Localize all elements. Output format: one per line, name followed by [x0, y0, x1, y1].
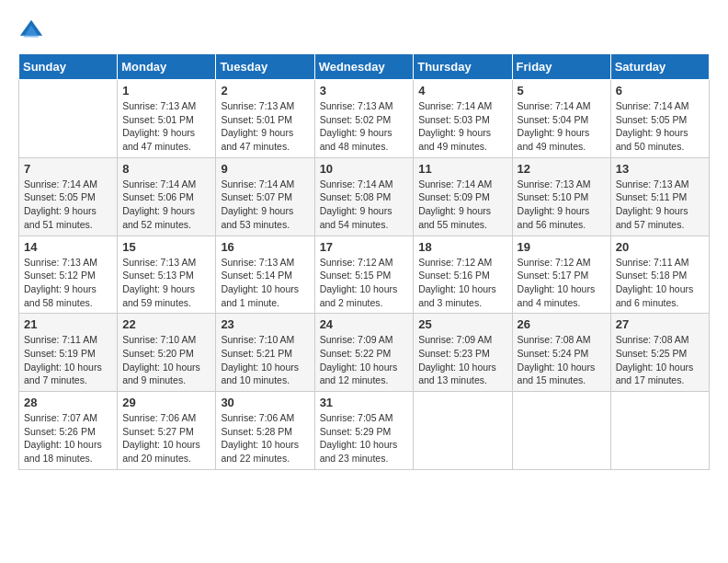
calendar-cell: 20Sunrise: 7:11 AM Sunset: 5:18 PM Dayli…: [610, 236, 709, 314]
calendar-cell: 29Sunrise: 7:06 AM Sunset: 5:27 PM Dayli…: [118, 392, 216, 470]
day-info: Sunrise: 7:13 AM Sunset: 5:01 PM Dayligh…: [122, 99, 210, 154]
day-info: Sunrise: 7:13 AM Sunset: 5:12 PM Dayligh…: [24, 256, 112, 310]
day-info: Sunrise: 7:10 AM Sunset: 5:20 PM Dayligh…: [122, 333, 210, 387]
calendar-cell: 2Sunrise: 7:13 AM Sunset: 5:01 PM Daylig…: [216, 80, 314, 158]
day-number: 30: [221, 396, 309, 409]
calendar-cell: 12Sunrise: 7:13 AM Sunset: 5:10 PM Dayli…: [512, 157, 610, 236]
day-number: 31: [320, 396, 409, 409]
day-number: 1: [122, 84, 210, 98]
calendar-cell: [512, 392, 610, 470]
calendar-cell: 26Sunrise: 7:08 AM Sunset: 5:24 PM Dayli…: [512, 314, 610, 392]
day-of-week-header: Sunday: [19, 54, 118, 80]
day-number: 3: [320, 84, 409, 98]
calendar-week-row: 7Sunrise: 7:14 AM Sunset: 5:05 PM Daylig…: [19, 157, 710, 236]
calendar-cell: 28Sunrise: 7:07 AM Sunset: 5:26 PM Dayli…: [19, 392, 118, 470]
calendar-cell: 24Sunrise: 7:09 AM Sunset: 5:22 PM Dayli…: [314, 314, 414, 392]
day-number: 19: [518, 240, 606, 254]
calendar-cell: 4Sunrise: 7:14 AM Sunset: 5:03 PM Daylig…: [414, 80, 512, 158]
calendar-cell: 31Sunrise: 7:05 AM Sunset: 5:29 PM Dayli…: [314, 392, 414, 470]
day-info: Sunrise: 7:14 AM Sunset: 5:05 PM Dayligh…: [24, 178, 112, 232]
calendar-cell: [414, 392, 512, 470]
day-number: 5: [518, 84, 606, 98]
day-info: Sunrise: 7:09 AM Sunset: 5:23 PM Dayligh…: [418, 333, 506, 387]
day-number: 12: [518, 162, 606, 176]
day-info: Sunrise: 7:12 AM Sunset: 5:16 PM Dayligh…: [418, 256, 506, 310]
calendar-cell: 14Sunrise: 7:13 AM Sunset: 5:12 PM Dayli…: [19, 236, 118, 314]
calendar-cell: 3Sunrise: 7:13 AM Sunset: 5:02 PM Daylig…: [314, 80, 414, 158]
calendar-cell: 16Sunrise: 7:13 AM Sunset: 5:14 PM Dayli…: [216, 236, 314, 314]
day-number: 16: [221, 240, 309, 254]
day-info: Sunrise: 7:14 AM Sunset: 5:03 PM Dayligh…: [418, 99, 506, 154]
calendar-cell: 13Sunrise: 7:13 AM Sunset: 5:11 PM Dayli…: [610, 157, 709, 236]
day-info: Sunrise: 7:14 AM Sunset: 5:06 PM Dayligh…: [122, 178, 210, 232]
day-info: Sunrise: 7:13 AM Sunset: 5:10 PM Dayligh…: [518, 178, 606, 232]
day-info: Sunrise: 7:12 AM Sunset: 5:15 PM Dayligh…: [320, 256, 409, 310]
day-info: Sunrise: 7:13 AM Sunset: 5:01 PM Dayligh…: [221, 99, 309, 154]
day-info: Sunrise: 7:14 AM Sunset: 5:05 PM Dayligh…: [616, 99, 704, 154]
day-number: 18: [418, 240, 506, 254]
day-number: 17: [320, 240, 409, 254]
day-info: Sunrise: 7:14 AM Sunset: 5:04 PM Dayligh…: [518, 99, 606, 154]
calendar-cell: 19Sunrise: 7:12 AM Sunset: 5:17 PM Dayli…: [512, 236, 610, 314]
day-info: Sunrise: 7:14 AM Sunset: 5:08 PM Dayligh…: [320, 178, 409, 232]
calendar-cell: 5Sunrise: 7:14 AM Sunset: 5:04 PM Daylig…: [512, 80, 610, 158]
day-number: 9: [221, 162, 309, 176]
day-info: Sunrise: 7:14 AM Sunset: 5:09 PM Dayligh…: [418, 178, 506, 232]
calendar-cell: 23Sunrise: 7:10 AM Sunset: 5:21 PM Dayli…: [216, 314, 314, 392]
day-info: Sunrise: 7:09 AM Sunset: 5:22 PM Dayligh…: [320, 333, 409, 387]
calendar-cell: 7Sunrise: 7:14 AM Sunset: 5:05 PM Daylig…: [19, 157, 118, 236]
day-number: 4: [418, 84, 506, 98]
day-number: 26: [518, 317, 606, 331]
day-number: 21: [24, 317, 112, 331]
day-number: 27: [616, 317, 704, 331]
calendar-cell: [610, 392, 709, 470]
day-info: Sunrise: 7:06 AM Sunset: 5:27 PM Dayligh…: [122, 411, 210, 465]
calendar-cell: 22Sunrise: 7:10 AM Sunset: 5:20 PM Dayli…: [118, 314, 216, 392]
calendar-week-row: 14Sunrise: 7:13 AM Sunset: 5:12 PM Dayli…: [19, 236, 710, 314]
day-number: 24: [320, 317, 409, 331]
calendar-cell: 1Sunrise: 7:13 AM Sunset: 5:01 PM Daylig…: [118, 80, 216, 158]
day-number: 11: [418, 162, 506, 176]
calendar-cell: [19, 80, 118, 158]
day-number: 8: [122, 162, 210, 176]
calendar-cell: 18Sunrise: 7:12 AM Sunset: 5:16 PM Dayli…: [414, 236, 512, 314]
day-of-week-header: Tuesday: [216, 54, 314, 80]
calendar-cell: 25Sunrise: 7:09 AM Sunset: 5:23 PM Dayli…: [414, 314, 512, 392]
calendar-cell: 9Sunrise: 7:14 AM Sunset: 5:07 PM Daylig…: [216, 157, 314, 236]
calendar-cell: 11Sunrise: 7:14 AM Sunset: 5:09 PM Dayli…: [414, 157, 512, 236]
day-of-week-header: Thursday: [414, 54, 512, 80]
day-info: Sunrise: 7:12 AM Sunset: 5:17 PM Dayligh…: [518, 256, 606, 310]
day-number: 15: [122, 240, 210, 254]
day-number: 14: [24, 240, 112, 254]
calendar-cell: 17Sunrise: 7:12 AM Sunset: 5:15 PM Dayli…: [314, 236, 414, 314]
calendar-week-row: 1Sunrise: 7:13 AM Sunset: 5:01 PM Daylig…: [19, 80, 710, 158]
day-info: Sunrise: 7:05 AM Sunset: 5:29 PM Dayligh…: [320, 411, 409, 465]
calendar-table: SundayMondayTuesdayWednesdayThursdayFrid…: [18, 53, 710, 470]
logo-icon: [18, 18, 44, 44]
day-info: Sunrise: 7:07 AM Sunset: 5:26 PM Dayligh…: [24, 411, 112, 465]
day-number: 25: [418, 317, 506, 331]
day-number: 29: [122, 396, 210, 409]
day-info: Sunrise: 7:11 AM Sunset: 5:19 PM Dayligh…: [24, 333, 112, 387]
day-info: Sunrise: 7:08 AM Sunset: 5:24 PM Dayligh…: [518, 333, 606, 387]
day-info: Sunrise: 7:13 AM Sunset: 5:14 PM Dayligh…: [221, 256, 309, 310]
calendar-cell: 21Sunrise: 7:11 AM Sunset: 5:19 PM Dayli…: [19, 314, 118, 392]
day-number: 20: [616, 240, 704, 254]
day-info: Sunrise: 7:06 AM Sunset: 5:28 PM Dayligh…: [221, 411, 309, 465]
day-of-week-header: Wednesday: [314, 54, 414, 80]
day-info: Sunrise: 7:13 AM Sunset: 5:02 PM Dayligh…: [320, 99, 409, 154]
day-number: 28: [24, 396, 112, 409]
day-of-week-header: Monday: [118, 54, 216, 80]
day-of-week-header: Friday: [512, 54, 610, 80]
calendar-cell: 30Sunrise: 7:06 AM Sunset: 5:28 PM Dayli…: [216, 392, 314, 470]
day-number: 10: [320, 162, 409, 176]
day-number: 23: [221, 317, 309, 331]
day-number: 2: [221, 84, 309, 98]
day-info: Sunrise: 7:13 AM Sunset: 5:11 PM Dayligh…: [616, 178, 704, 232]
calendar-cell: 10Sunrise: 7:14 AM Sunset: 5:08 PM Dayli…: [314, 157, 414, 236]
day-info: Sunrise: 7:10 AM Sunset: 5:21 PM Dayligh…: [221, 333, 309, 387]
page-header: [18, 18, 710, 44]
calendar-cell: 27Sunrise: 7:08 AM Sunset: 5:25 PM Dayli…: [610, 314, 709, 392]
calendar-week-row: 21Sunrise: 7:11 AM Sunset: 5:19 PM Dayli…: [19, 314, 710, 392]
day-number: 6: [616, 84, 704, 98]
